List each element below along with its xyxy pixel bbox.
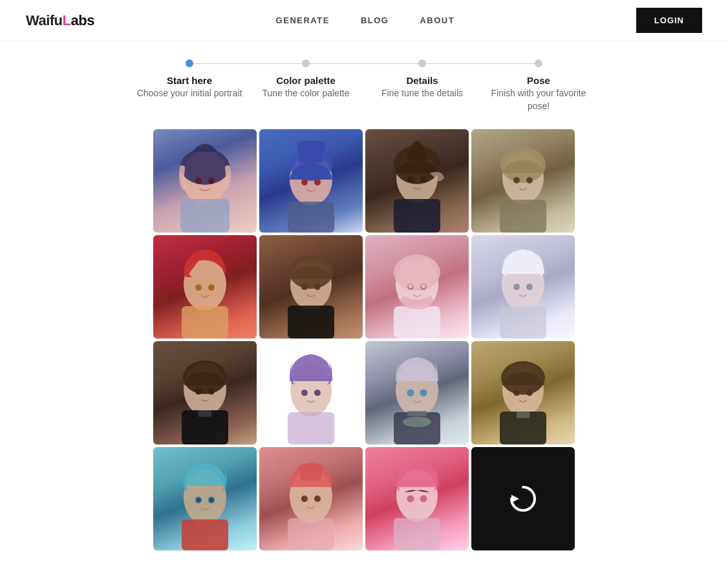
portrait-15[interactable] (365, 447, 469, 550)
steps-wizard: Start here Choose your initial portrait … (0, 41, 728, 123)
svg-rect-9 (288, 202, 334, 233)
svg-point-66 (210, 499, 213, 501)
nav-about[interactable]: ABOUT (420, 16, 455, 25)
svg-marker-76 (511, 495, 519, 503)
svg-point-73 (407, 496, 414, 503)
portrait-3[interactable] (365, 129, 469, 233)
step-label-start: Start here Choose your initial portrait (137, 74, 242, 100)
step-color[interactable]: Color palette Tune the color palette (248, 59, 364, 100)
step-dot-details (418, 59, 426, 67)
svg-point-18 (526, 177, 533, 183)
svg-rect-23 (182, 306, 228, 339)
logo[interactable]: WaifuLabs (26, 12, 94, 29)
svg-point-69 (301, 496, 308, 502)
svg-point-70 (314, 496, 321, 502)
step-dot-start (186, 59, 193, 67)
svg-point-13 (420, 176, 427, 183)
svg-point-37 (513, 284, 520, 290)
svg-rect-49 (288, 412, 334, 444)
svg-rect-71 (288, 518, 334, 550)
svg-point-12 (407, 176, 414, 183)
svg-point-74 (420, 496, 427, 503)
portrait-8[interactable] (471, 235, 575, 339)
svg-rect-39 (500, 306, 546, 339)
svg-point-1 (180, 149, 230, 185)
svg-point-55 (403, 417, 431, 427)
svg-point-38 (526, 284, 533, 290)
nav-blog[interactable]: BLOG (361, 16, 389, 25)
svg-rect-14 (394, 199, 440, 233)
svg-point-21 (195, 284, 202, 291)
svg-rect-54 (407, 411, 427, 416)
svg-point-51 (407, 390, 414, 397)
refresh-icon (505, 481, 541, 517)
svg-point-17 (513, 177, 520, 183)
svg-point-30 (394, 255, 440, 291)
refresh-button[interactable] (471, 447, 575, 550)
svg-point-7 (301, 179, 308, 185)
svg-rect-33 (394, 306, 440, 339)
portrait-13[interactable] (153, 447, 257, 550)
portrait-6[interactable] (259, 235, 363, 339)
svg-point-65 (197, 499, 200, 501)
step-label-details: Details Fine tune the details (381, 74, 463, 100)
svg-point-58 (513, 390, 520, 396)
svg-point-26 (301, 284, 308, 290)
portrait-14[interactable] (259, 447, 363, 550)
step-details[interactable]: Details Fine tune the details (364, 59, 480, 100)
login-button[interactable]: LOGIN (636, 8, 702, 33)
svg-point-48 (314, 390, 321, 396)
svg-point-52 (420, 390, 427, 397)
portrait-5[interactable] (153, 235, 257, 339)
portrait-11[interactable] (365, 341, 469, 444)
svg-rect-67 (182, 519, 228, 550)
step-start[interactable]: Start here Choose your initial portrait (131, 59, 248, 100)
svg-point-22 (208, 284, 215, 291)
svg-point-3 (208, 178, 215, 184)
svg-rect-75 (394, 518, 440, 550)
svg-point-43 (208, 388, 215, 395)
svg-rect-19 (500, 200, 546, 233)
svg-rect-61 (517, 412, 530, 418)
portrait-grid (0, 123, 728, 563)
step-label-color: Color palette Tune the color palette (262, 74, 350, 100)
svg-point-35 (422, 284, 425, 288)
portrait-2[interactable] (259, 129, 363, 233)
step-dot-pose (535, 59, 542, 67)
navbar: WaifuLabs GENERATE BLOG ABOUT LOGIN (0, 0, 728, 41)
svg-point-34 (409, 284, 412, 288)
step-dot-color (302, 59, 310, 67)
portrait-7[interactable] (365, 235, 469, 339)
svg-point-2 (195, 178, 202, 184)
portrait-12[interactable] (471, 341, 575, 444)
portrait-1[interactable] (153, 129, 257, 233)
nav-links: GENERATE BLOG ABOUT (276, 16, 455, 25)
svg-point-27 (314, 284, 321, 290)
portrait-9[interactable] (153, 341, 257, 444)
portrait-4[interactable] (471, 129, 575, 233)
nav-generate[interactable]: GENERATE (276, 16, 330, 25)
step-pose[interactable]: Pose Finish with your favorite pose! (480, 59, 597, 112)
svg-point-8 (314, 179, 321, 185)
svg-rect-45 (198, 410, 211, 417)
svg-point-42 (195, 388, 202, 395)
portrait-10[interactable] (259, 341, 363, 444)
step-label-pose: Pose Finish with your favorite pose! (480, 74, 597, 112)
svg-point-47 (301, 390, 308, 396)
svg-point-59 (526, 390, 533, 396)
svg-rect-28 (288, 306, 334, 339)
svg-rect-4 (180, 199, 230, 233)
